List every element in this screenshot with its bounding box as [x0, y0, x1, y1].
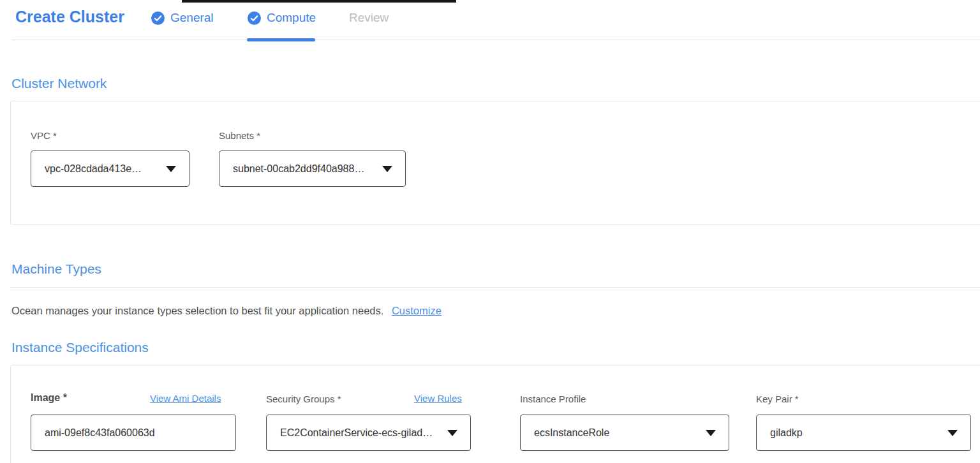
caret-down-icon: [382, 166, 392, 172]
tab-review[interactable]: Review: [349, 11, 389, 25]
security-groups-select[interactable]: EC2ContainerService-ecs-gilad…: [266, 415, 471, 451]
subnets-select[interactable]: subnet-00cab2dd9f40a988…: [219, 151, 406, 187]
vpc-label: VPC *: [31, 130, 57, 141]
check-circle-icon: [248, 11, 261, 25]
tab-compute[interactable]: Compute: [248, 11, 316, 25]
subnets-label: Subnets *: [219, 130, 260, 141]
active-tab-underline: [247, 38, 315, 41]
check-circle-icon: [151, 11, 165, 25]
key-pair-select[interactable]: giladkp: [756, 415, 971, 451]
security-groups-label: Security Groups *: [266, 393, 341, 404]
instance-profile-selected-value: ecsInstanceRole: [534, 427, 698, 439]
instance-profile-label: Instance Profile: [520, 393, 586, 404]
security-groups-selected-value: EC2ContainerService-ecs-gilad…: [280, 427, 440, 439]
tab-compute-label: Compute: [267, 11, 316, 25]
page-title: Create Cluster: [15, 8, 124, 26]
vpc-select[interactable]: vpc-028cdada413e…: [31, 151, 189, 187]
instance-profile-select[interactable]: ecsInstanceRole: [520, 415, 729, 451]
image-input[interactable]: ami-09ef8c43fa060063d: [31, 415, 236, 451]
view-rules-link[interactable]: View Rules: [414, 393, 462, 404]
header-divider: [11, 40, 980, 40]
cropped-top-bar: [182, 0, 456, 3]
caret-down-icon: [706, 430, 716, 436]
tab-general-label: General: [170, 11, 214, 25]
key-pair-label: Key Pair *: [756, 393, 799, 404]
customize-link[interactable]: Customize: [392, 305, 442, 316]
caret-down-icon: [947, 430, 958, 436]
cluster-network-heading: Cluster Network: [11, 76, 107, 91]
instance-specifications-heading: Instance Specifications: [11, 340, 149, 355]
machine-types-heading: Machine Types: [11, 261, 101, 277]
machine-types-description: Ocean manages your instance types select…: [11, 305, 442, 317]
image-input-value: ami-09ef8c43fa060063d: [45, 427, 155, 439]
subnets-selected-value: subnet-00cab2dd9f40a988…: [233, 163, 375, 175]
machine-types-description-text: Ocean manages your instance types select…: [11, 305, 383, 316]
vpc-selected-value: vpc-028cdada413e…: [45, 163, 158, 175]
create-cluster-wizard: Create Cluster General Compute Review Cl…: [0, 0, 980, 463]
image-label: Image *: [31, 392, 67, 404]
tab-review-label: Review: [349, 11, 389, 25]
view-ami-details-link[interactable]: View Ami Details: [150, 393, 221, 404]
key-pair-selected-value: giladkp: [770, 427, 940, 439]
caret-down-icon: [166, 166, 176, 172]
caret-down-icon: [447, 430, 457, 436]
tab-general[interactable]: General: [151, 11, 214, 25]
machine-types-divider: [10, 287, 980, 288]
